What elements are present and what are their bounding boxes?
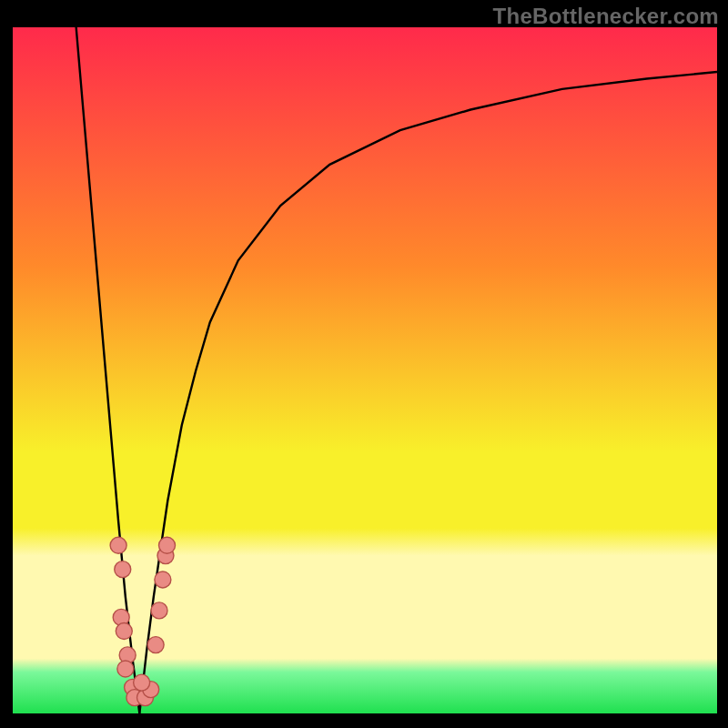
data-point xyxy=(151,602,167,619)
bottleneck-chart xyxy=(13,27,717,713)
data-point xyxy=(134,674,150,691)
data-point xyxy=(159,537,176,553)
chart-frame: TheBottlenecker.com xyxy=(0,0,728,728)
data-point xyxy=(155,571,171,588)
data-point xyxy=(117,661,134,677)
data-point xyxy=(147,637,164,653)
watermark-text: TheBottlenecker.com xyxy=(493,4,719,29)
data-point xyxy=(116,623,132,640)
data-point xyxy=(110,537,126,553)
data-point xyxy=(115,561,131,578)
